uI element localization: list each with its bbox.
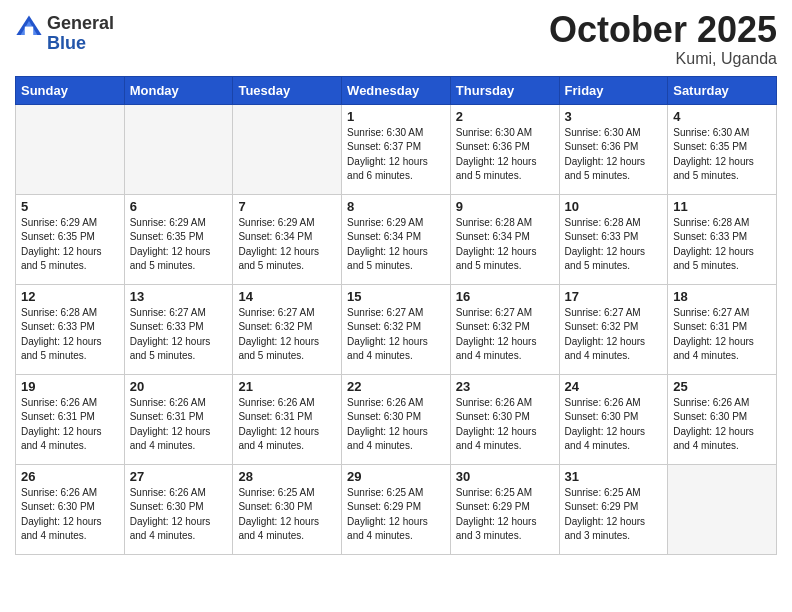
day-header-thursday: Thursday [450, 76, 559, 104]
day-info: Sunrise: 6:30 AM Sunset: 6:35 PM Dayligh… [673, 126, 771, 184]
day-number: 26 [21, 469, 119, 484]
day-header-monday: Monday [124, 76, 233, 104]
calendar-cell: 29Sunrise: 6:25 AM Sunset: 6:29 PM Dayli… [342, 464, 451, 554]
day-number: 31 [565, 469, 663, 484]
calendar-cell: 4Sunrise: 6:30 AM Sunset: 6:35 PM Daylig… [668, 104, 777, 194]
day-info: Sunrise: 6:27 AM Sunset: 6:32 PM Dayligh… [565, 306, 663, 364]
day-info: Sunrise: 6:25 AM Sunset: 6:29 PM Dayligh… [347, 486, 445, 544]
day-header-saturday: Saturday [668, 76, 777, 104]
calendar-cell [16, 104, 125, 194]
day-info: Sunrise: 6:26 AM Sunset: 6:30 PM Dayligh… [673, 396, 771, 454]
day-info: Sunrise: 6:29 AM Sunset: 6:35 PM Dayligh… [130, 216, 228, 274]
day-info: Sunrise: 6:26 AM Sunset: 6:30 PM Dayligh… [347, 396, 445, 454]
calendar-cell: 18Sunrise: 6:27 AM Sunset: 6:31 PM Dayli… [668, 284, 777, 374]
day-info: Sunrise: 6:25 AM Sunset: 6:30 PM Dayligh… [238, 486, 336, 544]
title-block: October 2025 Kumi, Uganda [549, 10, 777, 68]
day-info: Sunrise: 6:26 AM Sunset: 6:30 PM Dayligh… [456, 396, 554, 454]
calendar-cell: 24Sunrise: 6:26 AM Sunset: 6:30 PM Dayli… [559, 374, 668, 464]
calendar-cell: 17Sunrise: 6:27 AM Sunset: 6:32 PM Dayli… [559, 284, 668, 374]
calendar-cell: 2Sunrise: 6:30 AM Sunset: 6:36 PM Daylig… [450, 104, 559, 194]
day-info: Sunrise: 6:28 AM Sunset: 6:33 PM Dayligh… [565, 216, 663, 274]
day-number: 23 [456, 379, 554, 394]
calendar-cell: 10Sunrise: 6:28 AM Sunset: 6:33 PM Dayli… [559, 194, 668, 284]
month-title: October 2025 [549, 10, 777, 50]
day-info: Sunrise: 6:29 AM Sunset: 6:35 PM Dayligh… [21, 216, 119, 274]
day-number: 24 [565, 379, 663, 394]
day-number: 19 [21, 379, 119, 394]
calendar-cell: 19Sunrise: 6:26 AM Sunset: 6:31 PM Dayli… [16, 374, 125, 464]
day-info: Sunrise: 6:29 AM Sunset: 6:34 PM Dayligh… [347, 216, 445, 274]
day-info: Sunrise: 6:28 AM Sunset: 6:33 PM Dayligh… [21, 306, 119, 364]
day-info: Sunrise: 6:27 AM Sunset: 6:32 PM Dayligh… [347, 306, 445, 364]
day-number: 15 [347, 289, 445, 304]
main-container: General Blue October 2025 Kumi, Uganda S… [0, 0, 792, 570]
day-info: Sunrise: 6:27 AM Sunset: 6:32 PM Dayligh… [238, 306, 336, 364]
calendar-cell: 15Sunrise: 6:27 AM Sunset: 6:32 PM Dayli… [342, 284, 451, 374]
day-number: 6 [130, 199, 228, 214]
day-header-sunday: Sunday [16, 76, 125, 104]
day-number: 4 [673, 109, 771, 124]
calendar-cell: 13Sunrise: 6:27 AM Sunset: 6:33 PM Dayli… [124, 284, 233, 374]
day-number: 27 [130, 469, 228, 484]
day-number: 14 [238, 289, 336, 304]
calendar-cell: 9Sunrise: 6:28 AM Sunset: 6:34 PM Daylig… [450, 194, 559, 284]
calendar-cell: 14Sunrise: 6:27 AM Sunset: 6:32 PM Dayli… [233, 284, 342, 374]
calendar-cell: 16Sunrise: 6:27 AM Sunset: 6:32 PM Dayli… [450, 284, 559, 374]
day-number: 21 [238, 379, 336, 394]
calendar-cell: 31Sunrise: 6:25 AM Sunset: 6:29 PM Dayli… [559, 464, 668, 554]
day-info: Sunrise: 6:26 AM Sunset: 6:30 PM Dayligh… [565, 396, 663, 454]
day-info: Sunrise: 6:28 AM Sunset: 6:33 PM Dayligh… [673, 216, 771, 274]
logo-text: General Blue [47, 14, 114, 54]
calendar-cell [124, 104, 233, 194]
logo-general: General [47, 14, 114, 34]
day-info: Sunrise: 6:28 AM Sunset: 6:34 PM Dayligh… [456, 216, 554, 274]
day-info: Sunrise: 6:30 AM Sunset: 6:37 PM Dayligh… [347, 126, 445, 184]
day-info: Sunrise: 6:26 AM Sunset: 6:30 PM Dayligh… [21, 486, 119, 544]
day-number: 9 [456, 199, 554, 214]
calendar-cell: 22Sunrise: 6:26 AM Sunset: 6:30 PM Dayli… [342, 374, 451, 464]
day-number: 16 [456, 289, 554, 304]
logo-icon [15, 14, 43, 42]
calendar-cell: 11Sunrise: 6:28 AM Sunset: 6:33 PM Dayli… [668, 194, 777, 284]
day-number: 28 [238, 469, 336, 484]
calendar-cell: 26Sunrise: 6:26 AM Sunset: 6:30 PM Dayli… [16, 464, 125, 554]
calendar-table: SundayMondayTuesdayWednesdayThursdayFrid… [15, 76, 777, 555]
day-number: 13 [130, 289, 228, 304]
calendar-cell: 20Sunrise: 6:26 AM Sunset: 6:31 PM Dayli… [124, 374, 233, 464]
day-number: 30 [456, 469, 554, 484]
week-row-3: 12Sunrise: 6:28 AM Sunset: 6:33 PM Dayli… [16, 284, 777, 374]
day-number: 8 [347, 199, 445, 214]
week-row-4: 19Sunrise: 6:26 AM Sunset: 6:31 PM Dayli… [16, 374, 777, 464]
day-info: Sunrise: 6:30 AM Sunset: 6:36 PM Dayligh… [456, 126, 554, 184]
calendar-cell: 30Sunrise: 6:25 AM Sunset: 6:29 PM Dayli… [450, 464, 559, 554]
calendar-cell: 3Sunrise: 6:30 AM Sunset: 6:36 PM Daylig… [559, 104, 668, 194]
calendar-cell: 23Sunrise: 6:26 AM Sunset: 6:30 PM Dayli… [450, 374, 559, 464]
day-header-row: SundayMondayTuesdayWednesdayThursdayFrid… [16, 76, 777, 104]
week-row-1: 1Sunrise: 6:30 AM Sunset: 6:37 PM Daylig… [16, 104, 777, 194]
calendar-cell [233, 104, 342, 194]
svg-rect-2 [25, 27, 33, 35]
calendar-cell: 27Sunrise: 6:26 AM Sunset: 6:30 PM Dayli… [124, 464, 233, 554]
day-info: Sunrise: 6:27 AM Sunset: 6:33 PM Dayligh… [130, 306, 228, 364]
day-number: 3 [565, 109, 663, 124]
day-number: 25 [673, 379, 771, 394]
day-number: 17 [565, 289, 663, 304]
day-number: 10 [565, 199, 663, 214]
calendar-cell: 25Sunrise: 6:26 AM Sunset: 6:30 PM Dayli… [668, 374, 777, 464]
day-info: Sunrise: 6:27 AM Sunset: 6:31 PM Dayligh… [673, 306, 771, 364]
day-info: Sunrise: 6:26 AM Sunset: 6:31 PM Dayligh… [130, 396, 228, 454]
day-info: Sunrise: 6:26 AM Sunset: 6:30 PM Dayligh… [130, 486, 228, 544]
day-header-wednesday: Wednesday [342, 76, 451, 104]
day-number: 2 [456, 109, 554, 124]
day-info: Sunrise: 6:27 AM Sunset: 6:32 PM Dayligh… [456, 306, 554, 364]
calendar-cell: 21Sunrise: 6:26 AM Sunset: 6:31 PM Dayli… [233, 374, 342, 464]
header: General Blue October 2025 Kumi, Uganda [15, 10, 777, 68]
day-info: Sunrise: 6:25 AM Sunset: 6:29 PM Dayligh… [565, 486, 663, 544]
calendar-cell: 7Sunrise: 6:29 AM Sunset: 6:34 PM Daylig… [233, 194, 342, 284]
day-number: 22 [347, 379, 445, 394]
logo: General Blue [15, 14, 114, 54]
calendar-cell: 12Sunrise: 6:28 AM Sunset: 6:33 PM Dayli… [16, 284, 125, 374]
day-header-tuesday: Tuesday [233, 76, 342, 104]
day-number: 20 [130, 379, 228, 394]
day-header-friday: Friday [559, 76, 668, 104]
